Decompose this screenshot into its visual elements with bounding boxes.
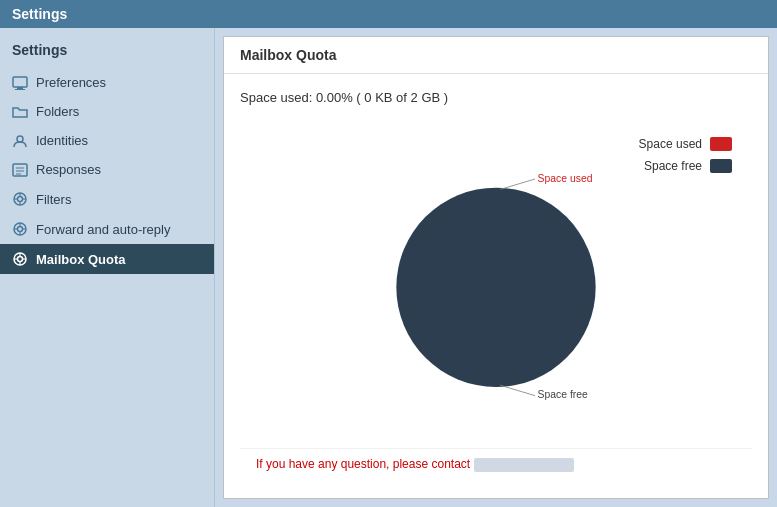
app-container: Settings Settings Preferences Folders [0,0,777,507]
sidebar-item-forward-auto-reply[interactable]: Forward and auto-reply [0,214,214,244]
sidebar-item-folders[interactable]: Folders [0,97,214,126]
sidebar-item-mailbox-quota[interactable]: Mailbox Quota [0,244,214,274]
legend-item-free: Space free [639,159,732,173]
identities-label: Identities [36,133,88,148]
app-header: Settings [0,0,777,28]
sidebar-item-responses[interactable]: Responses [0,155,214,184]
annotation-space-free: Space free [538,389,588,400]
chart-legend: Space used Space free [639,137,732,173]
preferences-label: Preferences [36,75,106,90]
sidebar-title: Settings [0,36,214,68]
folders-icon [12,105,28,119]
filters-label: Filters [36,192,71,207]
folders-label: Folders [36,104,79,119]
preferences-icon [12,76,28,90]
sidebar-item-preferences[interactable]: Preferences [0,68,214,97]
footer-contact-blur [474,458,574,472]
svg-line-27 [500,179,535,189]
svg-point-26 [396,187,595,386]
legend-label-free: Space free [644,159,702,173]
content-body: Space used: 0.00% ( 0 KB of 2 GB ) Space… [224,74,768,498]
legend-label-used: Space used [639,137,702,151]
legend-color-free [710,159,732,173]
pie-chart-container: Space used Space free [366,153,626,413]
pie-chart-svg: Space used Space free [366,153,626,413]
filters-icon [12,191,28,207]
sidebar-item-filters[interactable]: Filters [0,184,214,214]
mailbox-quota-icon [12,251,28,267]
footer-contact: If you have any question, please contact [240,448,752,482]
identities-icon [12,134,28,148]
responses-icon [12,163,28,177]
content-panel: Mailbox Quota Space used: 0.00% ( 0 KB o… [223,36,769,499]
svg-rect-0 [13,77,27,87]
space-used-text: Space used: 0.00% ( 0 KB of 2 GB ) [240,90,752,105]
forward-auto-reply-label: Forward and auto-reply [36,222,170,237]
svg-rect-1 [17,87,23,89]
forward-auto-reply-icon [12,221,28,237]
svg-line-28 [500,385,535,395]
sidebar-item-identities[interactable]: Identities [0,126,214,155]
mailbox-quota-label: Mailbox Quota [36,252,126,267]
svg-point-3 [17,136,23,142]
footer-contact-text: If you have any question, please contact [256,457,470,471]
main-area: Settings Preferences Folders Identities [0,28,777,507]
svg-rect-2 [15,89,25,90]
legend-item-used: Space used [639,137,732,151]
svg-point-15 [18,227,23,232]
app-title: Settings [12,6,67,22]
sidebar: Settings Preferences Folders Identities [0,28,215,507]
legend-color-used [710,137,732,151]
svg-point-21 [18,257,23,262]
content-title: Mailbox Quota [224,37,768,74]
responses-label: Responses [36,162,101,177]
annotation-space-used: Space used [538,172,593,183]
svg-point-9 [18,197,23,202]
